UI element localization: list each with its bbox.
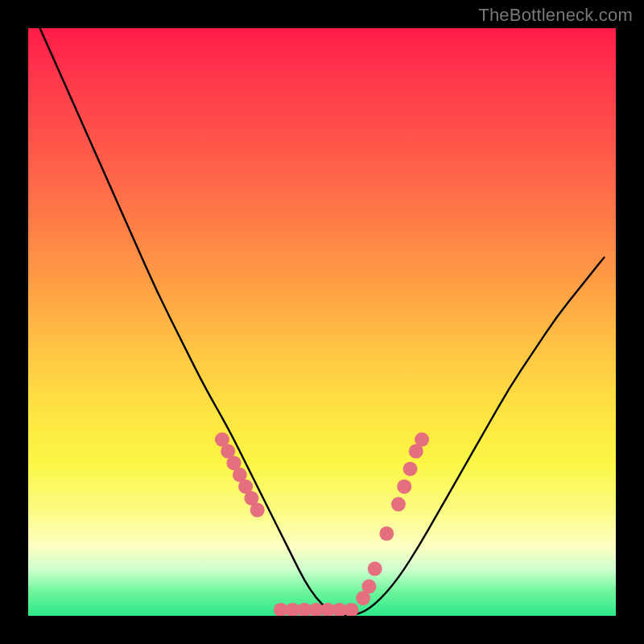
data-marker: [391, 497, 406, 511]
data-marker: [379, 526, 394, 541]
chart-overlay: [28, 28, 616, 616]
data-marker: [345, 603, 359, 616]
data-marker: [361, 580, 376, 594]
plot-area: [28, 28, 616, 616]
data-marker: [250, 503, 265, 518]
data-marker: [403, 462, 418, 477]
watermark-text: TheBottleneck.com: [478, 5, 633, 26]
curve-line: [40, 28, 605, 616]
data-marker: [397, 479, 411, 493]
data-marker: [415, 432, 429, 447]
marker-group: [215, 432, 429, 616]
chart-frame: TheBottleneck.com: [0, 0, 644, 644]
data-marker: [368, 562, 382, 576]
